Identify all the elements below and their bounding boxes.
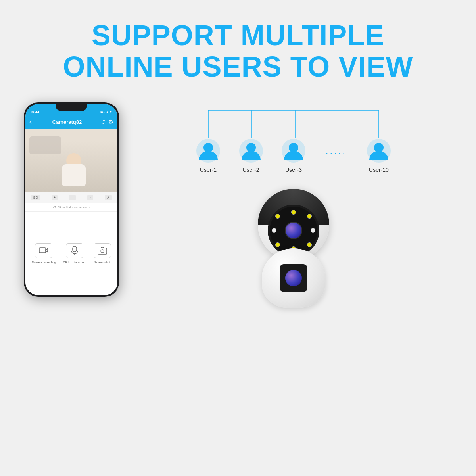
camera-base-lens — [285, 270, 302, 286]
phone-appbar: ‹ Cameratq82 ⤴ ⚙ — [25, 115, 117, 129]
user-icon-10 — [366, 138, 392, 163]
user-item-1: User-1 — [190, 138, 226, 173]
user-dots-label: ····· — [326, 138, 347, 163]
history-label: View historical video — [58, 205, 86, 209]
appbar-back[interactable]: ‹ — [29, 118, 32, 126]
share-icon[interactable]: ⤴ — [102, 119, 105, 125]
settings-icon[interactable]: ⚙ — [108, 119, 113, 125]
camera-illustration — [234, 181, 353, 316]
user-label-10: User-10 — [369, 167, 389, 173]
baby-scene — [25, 129, 117, 192]
user-item-2: User-2 — [233, 138, 269, 173]
ctrl-expand[interactable]: ⤢ — [105, 195, 112, 200]
action-screenshot[interactable]: Screenshot — [94, 243, 111, 264]
user-icon-3 — [281, 138, 306, 163]
ctrl-add[interactable]: + — [52, 195, 58, 200]
user-item-3: User-3 — [276, 138, 311, 173]
user-label-2: User-2 — [242, 167, 259, 173]
led-bottom-right — [307, 242, 312, 247]
clock-icon: ⏱ — [53, 205, 56, 209]
led-top-right — [307, 214, 312, 219]
phone-video — [25, 129, 117, 192]
svg-rect-4 — [98, 248, 107, 254]
action-screen-recording[interactable]: Screen recording — [32, 243, 56, 264]
led-top-left — [275, 214, 280, 219]
svg-rect-1 — [73, 246, 77, 252]
user-label-3: User-3 — [285, 167, 302, 173]
camera-base-lens-housing — [280, 264, 307, 292]
camera-lens-ring — [270, 207, 317, 254]
led-bottom-left — [275, 242, 280, 247]
ctrl-up[interactable]: ↑ — [87, 195, 93, 200]
chevron-right-icon: › — [89, 205, 90, 209]
baby-body — [62, 164, 86, 186]
intercom-icon — [66, 243, 83, 258]
phone-body: 10:44 3G ▲▼ ‹ Cameratq82 ⤴ ⚙ — [24, 102, 119, 297]
headline-line2: ONLINE USERS TO VIEW — [63, 51, 413, 83]
led-right — [311, 228, 315, 233]
phone-notch — [56, 102, 87, 111]
led-top — [291, 210, 296, 215]
connection-lines — [190, 106, 397, 138]
headline: SUPPORT MULTIPLE ONLINE USERS TO VIEW — [63, 20, 413, 83]
screen-recording-icon — [35, 243, 52, 258]
ctrl-sd[interactable]: SD — [31, 195, 40, 200]
phone-mockup: 10:44 3G ▲▼ ‹ Cameratq82 ⤴ ⚙ — [24, 102, 119, 297]
led-left — [272, 228, 276, 233]
phone-screen: 10:44 3G ▲▼ ‹ Cameratq82 ⤴ ⚙ — [25, 104, 117, 295]
users-section: User-1 User-2 — [135, 106, 452, 173]
intercom-label: Click to intercom — [63, 261, 86, 264]
user-icon-2 — [238, 138, 264, 163]
user-icon-1 — [196, 138, 221, 163]
sofa — [29, 136, 61, 154]
camera-section — [234, 181, 353, 316]
main-content: 10:44 3G ▲▼ ‹ Cameratq82 ⤴ ⚙ — [0, 102, 476, 316]
ctrl-menu[interactable]: ··· — [69, 195, 76, 200]
phone-main-area: Screen recording Cl — [25, 212, 117, 295]
phone-controls-strip: SD + ··· ↑ ⤢ — [25, 192, 117, 203]
baby-figure — [62, 164, 86, 186]
camera-base — [262, 248, 325, 308]
user-label-1: User-1 — [200, 167, 217, 173]
user-item-10: User-10 — [361, 138, 397, 173]
screenshot-label: Screenshot — [94, 261, 110, 264]
phone-actions: Screen recording Cl — [32, 243, 111, 264]
screen-recording-label: Screen recording — [32, 261, 56, 264]
svg-rect-0 — [39, 248, 46, 253]
status-time: 10:44 — [30, 110, 39, 114]
screenshot-icon — [94, 243, 111, 258]
appbar-title: Cameratq82 — [52, 119, 82, 125]
users-row: User-1 User-2 — [190, 138, 397, 173]
phone-history-row[interactable]: ⏱ View historical video › — [25, 203, 117, 212]
headline-line1: SUPPORT MULTIPLE — [63, 20, 413, 51]
user-dots-item: ····· ··· — [319, 138, 354, 173]
right-side: User-1 User-2 — [135, 102, 452, 316]
status-signal: 3G ▲▼ — [100, 110, 113, 114]
action-intercom[interactable]: Click to intercom — [63, 243, 86, 264]
appbar-icons: ⤴ ⚙ — [102, 119, 113, 125]
camera-center-lens — [285, 222, 302, 239]
svg-point-5 — [101, 250, 104, 253]
